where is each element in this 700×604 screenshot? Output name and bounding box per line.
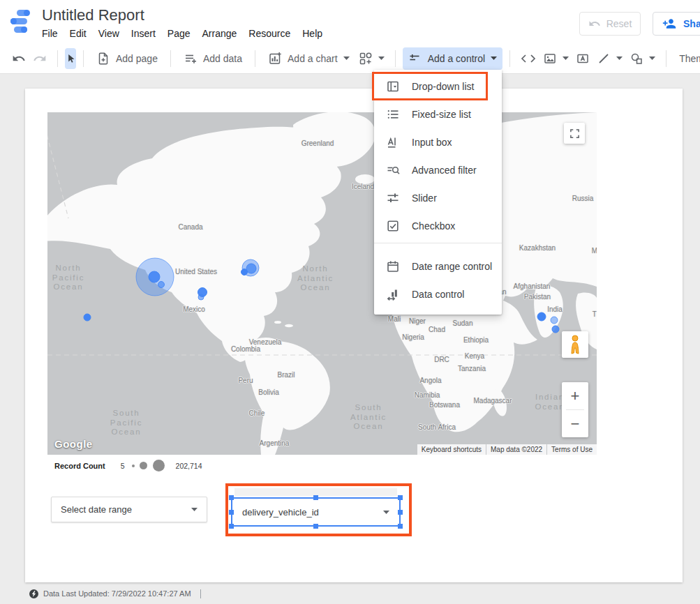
google-maps-logo: Google <box>54 438 93 450</box>
control-menu-item-drop-down-list[interactable]: Drop-down list <box>374 73 502 100</box>
map-attribution: Keyboard shortcutsMap data ©2022Terms of… <box>417 444 597 455</box>
toolbar: Add page Add data Add a chart Add a co <box>0 43 700 74</box>
chevron-down-icon <box>563 56 569 60</box>
pegman-icon <box>567 335 583 354</box>
chevron-down-icon <box>383 511 389 514</box>
image-button[interactable] <box>539 47 572 70</box>
theme-layout-button[interactable]: Theme and layout <box>673 47 700 70</box>
fixed-size-list-icon <box>386 107 400 121</box>
menu-insert[interactable]: Insert <box>131 28 156 39</box>
control-menu-item-label: Data control <box>412 289 464 300</box>
control-menu-item-label: Fixed-size list <box>412 109 471 120</box>
menu-edit[interactable]: Edit <box>70 28 87 39</box>
freshness-icon <box>29 589 38 598</box>
selection-handle[interactable] <box>313 524 318 529</box>
legend-max-value: 202,714 <box>176 462 202 470</box>
map-attribution-map-data-2022[interactable]: Map data ©2022 <box>486 444 546 455</box>
chevron-down-icon <box>616 56 623 60</box>
date-range-filter-label: Select date range <box>61 504 132 515</box>
legend-dot-large <box>153 460 165 471</box>
menu-arrange[interactable]: Arrange <box>202 28 237 39</box>
advanced-filter-icon <box>386 163 400 177</box>
shape-button[interactable] <box>626 47 659 70</box>
selection-handle[interactable] <box>398 510 403 515</box>
map-bubble[interactable] <box>84 314 91 321</box>
select-tool-button[interactable] <box>65 48 76 69</box>
status-divider <box>200 589 201 598</box>
menu-resource[interactable]: Resource <box>248 28 290 39</box>
add-page-label: Add page <box>116 53 158 64</box>
legend-dot-medium <box>140 462 147 469</box>
toolbar-divider <box>170 50 171 67</box>
toolbar-divider <box>57 50 58 67</box>
date-range-filter-control[interactable]: Select date range <box>51 497 207 522</box>
map-bubble[interactable] <box>149 271 160 282</box>
zoom-out-button[interactable]: − <box>562 410 588 437</box>
bubble-layer <box>47 112 597 455</box>
add-control-menu: Drop-down listFixed-size listInput boxAd… <box>374 70 502 315</box>
selection-handle[interactable] <box>229 510 234 515</box>
zoom-in-button[interactable]: + <box>562 382 588 409</box>
selection-handle[interactable] <box>313 495 318 500</box>
control-menu-item-date-range-control[interactable]: Date range control <box>374 252 502 280</box>
map-bubble[interactable] <box>246 264 256 273</box>
map-bubble[interactable] <box>537 312 546 321</box>
map-zoom-control: + − <box>562 382 588 437</box>
report-canvas[interactable]: GreenlandIcelandRussiaCanadaKazakhstanMo… <box>25 89 683 582</box>
selection-handle[interactable] <box>398 524 403 529</box>
geo-map-chart[interactable]: GreenlandIcelandRussiaCanadaKazakhstanMo… <box>47 112 597 455</box>
map-fullscreen-button[interactable] <box>564 123 585 144</box>
chevron-down-icon <box>378 56 385 60</box>
control-menu-item-slider[interactable]: Slider <box>374 184 502 212</box>
fullscreen-icon <box>569 128 580 139</box>
add-control-label: Add a control <box>428 53 486 64</box>
toolbar-divider <box>255 50 255 67</box>
control-menu-item-checkbox[interactable]: Checkbox <box>374 212 502 240</box>
map-attribution-keyboard-shortcuts[interactable]: Keyboard shortcuts <box>417 444 486 455</box>
selection-handle[interactable] <box>398 495 403 500</box>
dropdown-filter-control-selected[interactable]: delivery_vehicle_id <box>231 497 401 527</box>
date-range-icon <box>386 259 400 273</box>
community-visualizations-button[interactable] <box>355 47 388 70</box>
map-bubble[interactable] <box>241 269 248 275</box>
add-chart-button[interactable]: Add a chart <box>262 47 355 70</box>
control-menu-item-data-control[interactable]: Data control <box>374 280 502 308</box>
highlight-box-selected-control: delivery_vehicle_id <box>225 483 412 536</box>
map-attribution-terms-of-use[interactable]: Terms of Use <box>547 444 597 455</box>
chevron-down-icon <box>191 508 198 511</box>
control-menu-item-input-box[interactable]: Input box <box>374 128 502 156</box>
map-bubble[interactable] <box>158 282 165 288</box>
map-bubble[interactable] <box>551 317 558 324</box>
selection-handle[interactable] <box>229 524 234 529</box>
menu-view[interactable]: View <box>98 28 119 39</box>
report-title[interactable]: Untitled Report <box>42 6 144 24</box>
street-view-pegman-button[interactable] <box>562 331 588 358</box>
map-bubble[interactable] <box>552 326 559 333</box>
redo-button[interactable] <box>29 47 50 70</box>
control-menu-item-label: Slider <box>412 192 437 204</box>
menu-page[interactable]: Page <box>167 28 191 39</box>
add-page-button[interactable]: Add page <box>91 47 163 70</box>
add-chart-label: Add a chart <box>288 53 338 64</box>
add-control-button[interactable]: Add a control <box>403 47 503 70</box>
menubar: FileEditViewInsertPageArrangeResourceHel… <box>42 28 322 39</box>
theme-layout-label: Theme and layout <box>679 53 700 64</box>
text-button[interactable] <box>572 47 593 70</box>
reset-button[interactable]: Reset <box>579 12 641 36</box>
menu-file[interactable]: File <box>42 28 58 39</box>
embed-url-button[interactable] <box>517 47 539 70</box>
dropdown-list-icon <box>386 80 400 93</box>
menu-help[interactable]: Help <box>302 28 322 39</box>
toolbar-divider <box>509 50 510 67</box>
control-menu-item-fixed-size-list[interactable]: Fixed-size list <box>374 100 502 128</box>
control-menu-item-advanced-filter[interactable]: Advanced filter <box>374 156 502 184</box>
selection-handle[interactable] <box>229 495 234 500</box>
toolbar-divider <box>666 50 667 67</box>
toolbar-divider <box>83 50 84 67</box>
app-header: Untitled Report FileEditViewInsertPageAr… <box>0 0 700 43</box>
map-bubble[interactable] <box>198 294 204 300</box>
line-button[interactable] <box>593 47 626 70</box>
add-data-button[interactable]: Add data <box>178 47 248 70</box>
undo-button[interactable] <box>8 47 29 70</box>
share-button[interactable]: Share <box>653 12 700 36</box>
